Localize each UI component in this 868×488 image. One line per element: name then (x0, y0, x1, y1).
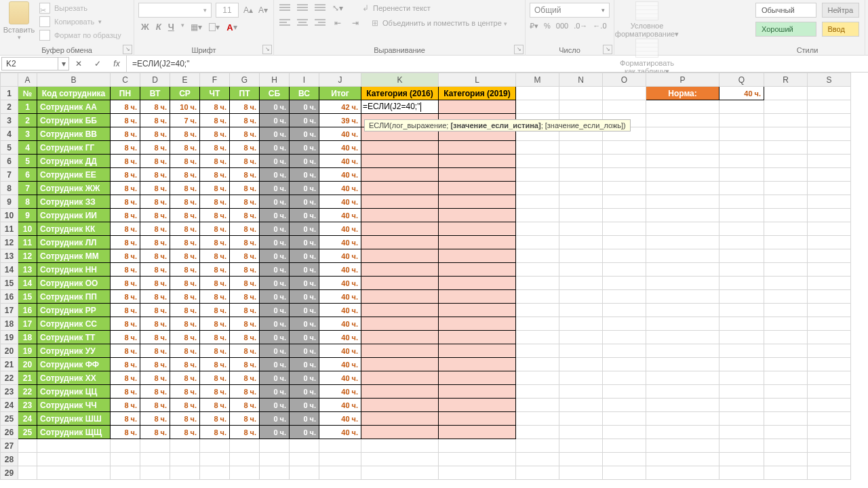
align-right-icon[interactable] (315, 19, 326, 27)
cell-cat19[interactable] (439, 371, 516, 385)
cell-cat16[interactable] (361, 371, 439, 385)
cell-cat16[interactable] (361, 385, 439, 399)
col-header-I[interactable]: I (290, 73, 319, 87)
clipboard-launcher[interactable]: ↘ (123, 45, 132, 54)
cell-cat16[interactable] (361, 317, 439, 331)
cell-cat19[interactable] (439, 263, 516, 277)
cell-cat19[interactable] (439, 358, 516, 371)
italic-button[interactable]: К (156, 22, 161, 33)
cell-cat16[interactable] (361, 141, 439, 155)
select-all-corner[interactable] (1, 73, 18, 87)
cell-editing[interactable]: =ЕСЛИ(J2=40;" (361, 100, 439, 114)
row-header-10[interactable]: 10 (1, 209, 18, 222)
merge-center-button[interactable]: ⊞Объединить и поместить в центре ▾ (372, 18, 507, 28)
style-normal[interactable]: Обычный (755, 3, 816, 18)
col-header-F[interactable]: F (200, 73, 230, 87)
cell-cat16[interactable] (361, 263, 439, 277)
cancel-edit-button[interactable]: ✕ (73, 59, 84, 68)
cell-cat16[interactable] (361, 290, 439, 304)
cell-cat16[interactable] (361, 168, 439, 182)
col-header-N[interactable]: N (559, 73, 603, 87)
cell-cat16[interactable] (361, 426, 439, 439)
percent-button[interactable]: % (544, 22, 551, 30)
row-header-15[interactable]: 15 (1, 277, 18, 290)
row-header-23[interactable]: 23 (1, 385, 18, 399)
row-header-2[interactable]: 2 (1, 100, 18, 114)
increase-decimal-icon[interactable]: .0→ (574, 22, 587, 30)
cell-cat19[interactable] (439, 236, 516, 249)
cell-cat19[interactable] (439, 195, 516, 209)
row-header-4[interactable]: 4 (1, 127, 18, 141)
cell-cat16[interactable] (361, 304, 439, 317)
increase-font-icon[interactable]: A▴ (243, 5, 254, 16)
decrease-decimal-icon[interactable]: ←.0 (593, 22, 606, 30)
row-header-9[interactable]: 9 (1, 195, 18, 209)
cell-cat16[interactable] (361, 155, 439, 168)
cell-cat19[interactable] (439, 182, 516, 195)
row-header-18[interactable]: 18 (1, 317, 18, 331)
row-header-12[interactable]: 12 (1, 236, 18, 249)
row-header-26[interactable]: 26 (1, 426, 18, 439)
comma-button[interactable]: 000 (556, 22, 568, 30)
col-header-R[interactable]: R (764, 73, 808, 87)
conditional-format-button[interactable]: Условное форматирование▾ (614, 1, 679, 39)
col-header-Q[interactable]: Q (719, 73, 764, 87)
confirm-edit-button[interactable]: ✓ (92, 59, 103, 68)
name-box[interactable]: K2 ▾ (1, 57, 69, 70)
cell-cat19[interactable] (439, 331, 516, 344)
style-input[interactable]: Ввод (822, 22, 859, 37)
paste-button[interactable]: Вставить ▾ (0, 0, 38, 42)
row-header-25[interactable]: 25 (1, 412, 18, 426)
font-size-combo[interactable]: 11 (216, 3, 239, 18)
cell-cat16[interactable] (361, 236, 439, 249)
col-header-G[interactable]: G (230, 73, 260, 87)
row-header-21[interactable]: 21 (1, 358, 18, 371)
number-launcher[interactable]: ↘ (603, 45, 612, 54)
cell-cat19[interactable] (439, 141, 516, 155)
cell-cat16[interactable] (361, 358, 439, 371)
col-header-K[interactable]: K (361, 73, 439, 87)
row-header-7[interactable]: 7 (1, 168, 18, 182)
borders-button[interactable]: ▦▾ (191, 22, 202, 33)
row-header-14[interactable]: 14 (1, 263, 18, 277)
cut-button[interactable]: ✂Вырезать (39, 1, 121, 15)
cell-cat16[interactable] (361, 249, 439, 263)
increase-indent-icon[interactable]: ⇥ (350, 18, 361, 28)
cell-cat16[interactable] (361, 331, 439, 344)
col-header-D[interactable]: D (140, 73, 170, 87)
row-header-5[interactable]: 5 (1, 141, 18, 155)
row-header-3[interactable]: 3 (1, 114, 18, 127)
fill-color-button[interactable]: ▾ (209, 22, 220, 33)
cell-cat19[interactable] (439, 290, 516, 304)
cell-cat16[interactable] (361, 277, 439, 290)
format-as-table-button[interactable]: Форматировать как таблицу▾ (614, 39, 679, 76)
decrease-indent-icon[interactable]: ⇤ (332, 18, 343, 28)
cell-cat19[interactable] (439, 385, 516, 399)
row-header-8[interactable]: 8 (1, 182, 18, 195)
cell-cat19[interactable] (439, 222, 516, 236)
row-header-11[interactable]: 11 (1, 222, 18, 236)
cell-cat16[interactable] (361, 182, 439, 195)
formula-input[interactable]: =ЕСЛИ(J2=40;" (127, 56, 868, 72)
decrease-font-icon[interactable]: A▾ (258, 5, 269, 16)
style-good[interactable]: Хороший (755, 22, 816, 37)
font-name-combo[interactable]: ▾ (138, 3, 212, 18)
row-header-28[interactable]: 28 (1, 453, 18, 466)
cell-cat19[interactable] (439, 277, 516, 290)
cell-cat16[interactable] (361, 412, 439, 426)
col-header-B[interactable]: B (37, 73, 111, 87)
font-launcher[interactable]: ↘ (262, 45, 272, 54)
underline-button[interactable]: Ч (168, 22, 174, 33)
style-neutral[interactable]: Нейтра (822, 3, 859, 18)
number-format-combo[interactable]: Общий▾ (530, 3, 610, 18)
format-painter-button[interactable]: Формат по образцу (39, 28, 121, 42)
cell-cat19[interactable] (439, 412, 516, 426)
row-header-17[interactable]: 17 (1, 304, 18, 317)
row-header-24[interactable]: 24 (1, 399, 18, 412)
row-header-6[interactable]: 6 (1, 155, 18, 168)
cell-cat16[interactable] (361, 195, 439, 209)
cell-cat19[interactable] (439, 249, 516, 263)
row-header-19[interactable]: 19 (1, 331, 18, 344)
bold-button[interactable]: Ж (141, 22, 149, 33)
col-header-O[interactable]: O (603, 73, 646, 87)
